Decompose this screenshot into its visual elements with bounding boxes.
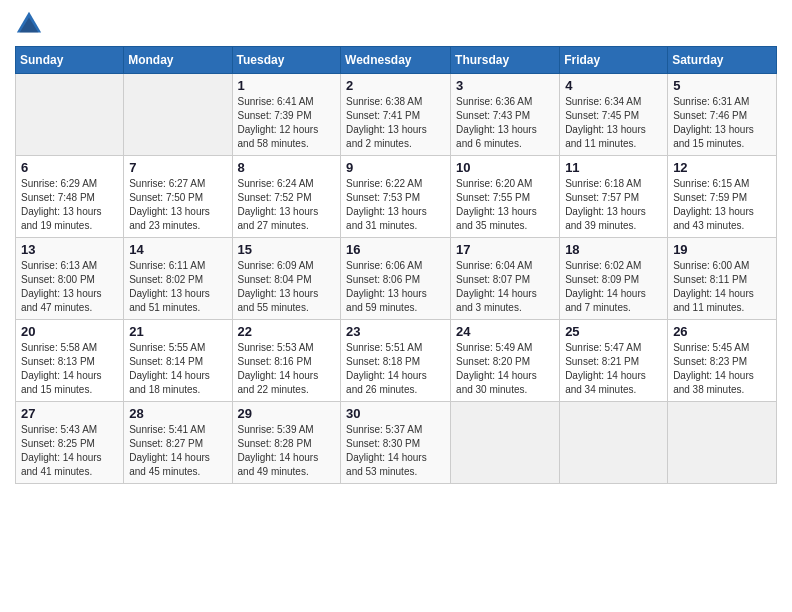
day-header-friday: Friday [560,47,668,74]
day-number: 15 [238,242,336,257]
day-cell: 27Sunrise: 5:43 AM Sunset: 8:25 PM Dayli… [16,402,124,484]
logo [15,10,47,38]
logo-icon [15,10,43,38]
day-cell: 26Sunrise: 5:45 AM Sunset: 8:23 PM Dayli… [668,320,777,402]
day-info: Sunrise: 5:47 AM Sunset: 8:21 PM Dayligh… [565,341,662,397]
day-info: Sunrise: 6:27 AM Sunset: 7:50 PM Dayligh… [129,177,226,233]
day-info: Sunrise: 5:51 AM Sunset: 8:18 PM Dayligh… [346,341,445,397]
day-cell: 29Sunrise: 5:39 AM Sunset: 8:28 PM Dayli… [232,402,341,484]
day-info: Sunrise: 6:11 AM Sunset: 8:02 PM Dayligh… [129,259,226,315]
day-info: Sunrise: 6:02 AM Sunset: 8:09 PM Dayligh… [565,259,662,315]
day-number: 8 [238,160,336,175]
day-number: 16 [346,242,445,257]
day-cell: 5Sunrise: 6:31 AM Sunset: 7:46 PM Daylig… [668,74,777,156]
day-info: Sunrise: 6:13 AM Sunset: 8:00 PM Dayligh… [21,259,118,315]
day-info: Sunrise: 5:39 AM Sunset: 8:28 PM Dayligh… [238,423,336,479]
day-cell [451,402,560,484]
day-info: Sunrise: 5:43 AM Sunset: 8:25 PM Dayligh… [21,423,118,479]
day-number: 23 [346,324,445,339]
day-number: 29 [238,406,336,421]
day-cell: 2Sunrise: 6:38 AM Sunset: 7:41 PM Daylig… [341,74,451,156]
day-number: 24 [456,324,554,339]
day-info: Sunrise: 5:45 AM Sunset: 8:23 PM Dayligh… [673,341,771,397]
day-cell: 11Sunrise: 6:18 AM Sunset: 7:57 PM Dayli… [560,156,668,238]
week-row-4: 20Sunrise: 5:58 AM Sunset: 8:13 PM Dayli… [16,320,777,402]
day-number: 10 [456,160,554,175]
day-number: 19 [673,242,771,257]
day-header-tuesday: Tuesday [232,47,341,74]
day-number: 27 [21,406,118,421]
day-header-thursday: Thursday [451,47,560,74]
day-info: Sunrise: 6:24 AM Sunset: 7:52 PM Dayligh… [238,177,336,233]
day-header-sunday: Sunday [16,47,124,74]
day-info: Sunrise: 6:20 AM Sunset: 7:55 PM Dayligh… [456,177,554,233]
day-cell: 15Sunrise: 6:09 AM Sunset: 8:04 PM Dayli… [232,238,341,320]
week-row-2: 6Sunrise: 6:29 AM Sunset: 7:48 PM Daylig… [16,156,777,238]
day-cell: 12Sunrise: 6:15 AM Sunset: 7:59 PM Dayli… [668,156,777,238]
day-info: Sunrise: 6:38 AM Sunset: 7:41 PM Dayligh… [346,95,445,151]
day-info: Sunrise: 6:06 AM Sunset: 8:06 PM Dayligh… [346,259,445,315]
day-info: Sunrise: 6:29 AM Sunset: 7:48 PM Dayligh… [21,177,118,233]
day-cell: 18Sunrise: 6:02 AM Sunset: 8:09 PM Dayli… [560,238,668,320]
day-info: Sunrise: 6:18 AM Sunset: 7:57 PM Dayligh… [565,177,662,233]
day-cell: 14Sunrise: 6:11 AM Sunset: 8:02 PM Dayli… [124,238,232,320]
day-info: Sunrise: 6:22 AM Sunset: 7:53 PM Dayligh… [346,177,445,233]
day-cell: 6Sunrise: 6:29 AM Sunset: 7:48 PM Daylig… [16,156,124,238]
day-cell: 20Sunrise: 5:58 AM Sunset: 8:13 PM Dayli… [16,320,124,402]
page-header [15,10,777,38]
calendar-table: SundayMondayTuesdayWednesdayThursdayFrid… [15,46,777,484]
day-info: Sunrise: 6:04 AM Sunset: 8:07 PM Dayligh… [456,259,554,315]
day-info: Sunrise: 6:36 AM Sunset: 7:43 PM Dayligh… [456,95,554,151]
day-number: 17 [456,242,554,257]
day-cell: 17Sunrise: 6:04 AM Sunset: 8:07 PM Dayli… [451,238,560,320]
day-cell [668,402,777,484]
day-cell: 13Sunrise: 6:13 AM Sunset: 8:00 PM Dayli… [16,238,124,320]
day-info: Sunrise: 6:09 AM Sunset: 8:04 PM Dayligh… [238,259,336,315]
day-cell: 21Sunrise: 5:55 AM Sunset: 8:14 PM Dayli… [124,320,232,402]
day-info: Sunrise: 5:55 AM Sunset: 8:14 PM Dayligh… [129,341,226,397]
day-cell: 10Sunrise: 6:20 AM Sunset: 7:55 PM Dayli… [451,156,560,238]
day-info: Sunrise: 6:41 AM Sunset: 7:39 PM Dayligh… [238,95,336,151]
day-cell: 9Sunrise: 6:22 AM Sunset: 7:53 PM Daylig… [341,156,451,238]
day-cell: 24Sunrise: 5:49 AM Sunset: 8:20 PM Dayli… [451,320,560,402]
day-cell: 8Sunrise: 6:24 AM Sunset: 7:52 PM Daylig… [232,156,341,238]
day-cell [560,402,668,484]
day-cell: 3Sunrise: 6:36 AM Sunset: 7:43 PM Daylig… [451,74,560,156]
week-row-3: 13Sunrise: 6:13 AM Sunset: 8:00 PM Dayli… [16,238,777,320]
day-info: Sunrise: 5:41 AM Sunset: 8:27 PM Dayligh… [129,423,226,479]
day-cell: 22Sunrise: 5:53 AM Sunset: 8:16 PM Dayli… [232,320,341,402]
day-number: 22 [238,324,336,339]
day-cell: 25Sunrise: 5:47 AM Sunset: 8:21 PM Dayli… [560,320,668,402]
week-row-1: 1Sunrise: 6:41 AM Sunset: 7:39 PM Daylig… [16,74,777,156]
day-number: 4 [565,78,662,93]
week-row-5: 27Sunrise: 5:43 AM Sunset: 8:25 PM Dayli… [16,402,777,484]
day-number: 3 [456,78,554,93]
day-number: 30 [346,406,445,421]
day-cell: 7Sunrise: 6:27 AM Sunset: 7:50 PM Daylig… [124,156,232,238]
day-number: 28 [129,406,226,421]
day-number: 5 [673,78,771,93]
day-number: 2 [346,78,445,93]
day-info: Sunrise: 5:49 AM Sunset: 8:20 PM Dayligh… [456,341,554,397]
day-number: 20 [21,324,118,339]
day-number: 7 [129,160,226,175]
day-number: 21 [129,324,226,339]
day-info: Sunrise: 6:15 AM Sunset: 7:59 PM Dayligh… [673,177,771,233]
day-info: Sunrise: 5:53 AM Sunset: 8:16 PM Dayligh… [238,341,336,397]
day-number: 9 [346,160,445,175]
day-number: 11 [565,160,662,175]
day-cell: 1Sunrise: 6:41 AM Sunset: 7:39 PM Daylig… [232,74,341,156]
day-header-saturday: Saturday [668,47,777,74]
day-info: Sunrise: 5:58 AM Sunset: 8:13 PM Dayligh… [21,341,118,397]
day-number: 1 [238,78,336,93]
day-number: 12 [673,160,771,175]
day-info: Sunrise: 6:31 AM Sunset: 7:46 PM Dayligh… [673,95,771,151]
day-cell: 28Sunrise: 5:41 AM Sunset: 8:27 PM Dayli… [124,402,232,484]
day-info: Sunrise: 6:34 AM Sunset: 7:45 PM Dayligh… [565,95,662,151]
day-number: 13 [21,242,118,257]
day-info: Sunrise: 5:37 AM Sunset: 8:30 PM Dayligh… [346,423,445,479]
day-cell [16,74,124,156]
day-number: 25 [565,324,662,339]
day-header-monday: Monday [124,47,232,74]
day-cell: 16Sunrise: 6:06 AM Sunset: 8:06 PM Dayli… [341,238,451,320]
